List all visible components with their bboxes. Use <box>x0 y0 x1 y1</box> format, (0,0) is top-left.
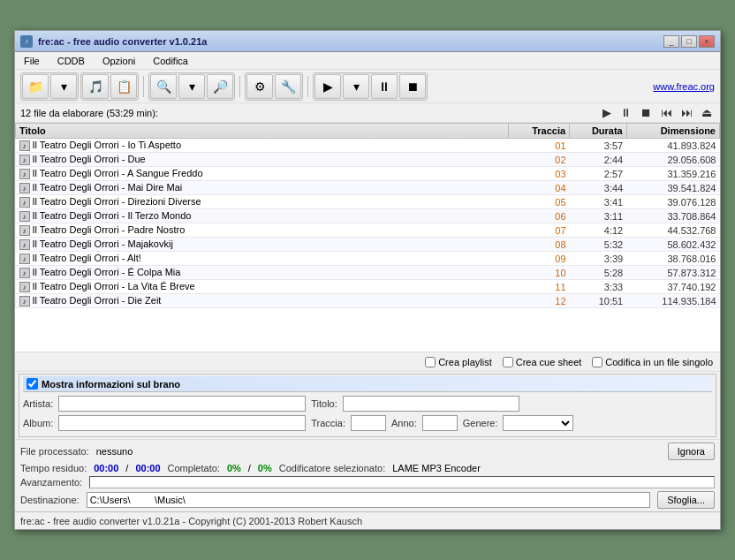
table-row[interactable]: ♪Il Teatro Degli Orrori - Padre Nostro07… <box>16 223 720 238</box>
table-row[interactable]: ♪Il Teatro Degli Orrori - A Sangue Fredd… <box>16 167 720 181</box>
track-duration-cell: 2:57 <box>570 167 627 181</box>
dest-label: Destinazione: <box>20 495 80 505</box>
subbar: 12 file da elaborare (53:29 min): ▶ ⏸ ⏹ … <box>15 103 720 123</box>
eject-button[interactable]: ⏏ <box>699 105 715 120</box>
track-icon: ♪ <box>19 140 30 151</box>
album-input[interactable] <box>58 415 306 431</box>
search-button[interactable]: 🔍 <box>150 74 177 99</box>
artist-input[interactable] <box>58 396 306 412</box>
time-start: 00:00 <box>94 463 118 473</box>
titlebar-left: ♪ fre:ac - free audio converter v1.0.21a <box>20 35 207 48</box>
table-row[interactable]: ♪Il Teatro Degli Orrori - Die Zeit1210:5… <box>16 294 720 308</box>
encoder-value: LAME MP3 Encoder <box>392 463 481 473</box>
menu-opzioni[interactable]: Opzioni <box>99 55 139 67</box>
toolbar-sep-1 <box>143 76 144 97</box>
stop-small-button[interactable]: ⏹ <box>638 105 655 120</box>
track-number-cell: 01 <box>508 139 569 153</box>
track-duration-cell: 2:44 <box>570 153 627 167</box>
info-toggle-checkbox[interactable] <box>27 378 38 390</box>
track-title-cell: ♪Il Teatro Degli Orrori - Direzioni Dive… <box>16 195 509 209</box>
track-icon: ♪ <box>19 254 30 264</box>
track-title-cell: ♪Il Teatro Degli Orrori - La Vita É Brev… <box>16 280 509 294</box>
time-sep: / <box>125 463 128 473</box>
track-size-cell: 41.893.824 <box>626 139 719 153</box>
tracklist: Titolo Traccia Durata Dimensione ♪Il Tea… <box>15 123 720 352</box>
pause-button[interactable]: ⏸ <box>371 74 398 99</box>
menubar: File CDDB Opzioni Codifica <box>15 52 720 70</box>
search-dropdown-button[interactable]: ▾ <box>178 74 205 99</box>
track-num-label: Traccia: <box>311 418 345 428</box>
table-row[interactable]: ♪Il Teatro Degli Orrori - Il Terzo Mondo… <box>16 209 720 223</box>
playlist-checkbox[interactable] <box>425 357 436 367</box>
freac-link[interactable]: www.freac.org <box>653 81 715 92</box>
table-row[interactable]: ♪Il Teatro Degli Orrori - Io Ti Aspetto0… <box>16 139 720 153</box>
next-button[interactable]: ⏭ <box>678 105 695 120</box>
dest-path-input[interactable] <box>87 492 651 508</box>
titlebar: ♪ fre:ac - free audio converter v1.0.21a… <box>15 31 720 52</box>
year-label: Anno: <box>391 418 417 428</box>
track-title-cell: ♪Il Teatro Degli Orrori - A Sangue Fredd… <box>16 167 509 181</box>
track-title-cell: ♪Il Teatro Degli Orrori - Io Ti Aspetto <box>16 139 509 153</box>
add-dropdown-button[interactable]: ▾ <box>50 74 77 99</box>
single-file-option[interactable]: Codifica in un file singolo <box>592 357 713 367</box>
single-file-checkbox[interactable] <box>592 357 602 367</box>
genre-select[interactable] <box>503 415 573 431</box>
track-duration-cell: 5:32 <box>570 238 627 252</box>
menu-codifica[interactable]: Codifica <box>149 55 192 67</box>
cue-option[interactable]: Crea cue sheet <box>503 357 582 367</box>
play-small-button[interactable]: ▶ <box>600 105 614 120</box>
ignore-button[interactable]: Ignora <box>668 443 715 460</box>
progress-label: Avanzamento: <box>20 477 82 488</box>
track-number-cell: 09 <box>508 252 569 266</box>
remove-button[interactable]: 🎵 <box>82 74 109 99</box>
table-row[interactable]: ♪Il Teatro Degli Orrori - Due022:4429.05… <box>16 153 720 167</box>
info-section: Mostra informazioni sul brano Artista: T… <box>19 374 716 437</box>
completed-pct2: 0% <box>258 463 272 473</box>
table-row[interactable]: ♪Il Teatro Degli Orrori - É Colpa Mia105… <box>16 266 720 280</box>
maximize-button[interactable]: □ <box>681 35 697 48</box>
table-row[interactable]: ♪Il Teatro Degli Orrori - Alt!093:3938.7… <box>16 252 720 266</box>
year-input[interactable] <box>422 415 458 431</box>
table-row[interactable]: ♪Il Teatro Degli Orrori - La Vita É Brev… <box>16 280 720 294</box>
menu-file[interactable]: File <box>20 55 43 67</box>
play-dropdown-button[interactable]: ▾ <box>343 74 369 99</box>
table-row[interactable]: ♪Il Teatro Degli Orrori - Mai Dire Mai04… <box>16 181 720 195</box>
table-row[interactable]: ♪Il Teatro Degli Orrori - Direzioni Dive… <box>16 195 720 209</box>
advanced-settings-button[interactable]: 🔧 <box>275 74 301 99</box>
playlist-option[interactable]: Crea playlist <box>425 357 492 367</box>
file-processed-value: nessuno <box>96 446 133 457</box>
progress-bar <box>89 476 715 488</box>
remove-all-button[interactable]: 📋 <box>110 74 137 99</box>
lookup-button[interactable]: 🔎 <box>207 74 233 99</box>
statusbar: fre:ac - free audio converter v1.0.21a -… <box>15 511 720 529</box>
window-title: fre:ac - free audio converter v1.0.21a <box>38 36 207 47</box>
cue-checkbox[interactable] <box>503 357 513 367</box>
pause-small-button[interactable]: ⏸ <box>618 105 634 120</box>
add-files-button[interactable]: 📁 <box>22 74 49 99</box>
track-number-cell: 10 <box>508 266 569 280</box>
minimize-button[interactable]: _ <box>663 35 679 48</box>
menu-cddb[interactable]: CDDB <box>54 55 88 67</box>
toolbar-group-4: ⚙ 🔧 <box>245 72 303 101</box>
close-button[interactable]: × <box>699 35 715 48</box>
toolbar-sep-2 <box>239 76 240 97</box>
prev-button[interactable]: ⏮ <box>658 105 675 120</box>
track-size-cell: 29.056.608 <box>626 153 719 167</box>
stop-button[interactable]: ⏹ <box>399 74 426 99</box>
table-row[interactable]: ♪Il Teatro Degli Orrori - Majakovkij085:… <box>16 238 720 252</box>
track-icon: ♪ <box>19 225 30 236</box>
toolbar-group-3: 🔍 ▾ 🔎 <box>148 72 235 101</box>
settings-button[interactable]: ⚙ <box>246 74 273 99</box>
toolbar-group-2: 🎵 📋 <box>80 72 139 101</box>
sfoglia-button[interactable]: Sfoglia... <box>657 491 715 509</box>
track-size-cell: 31.359.216 <box>626 167 719 181</box>
info-row-1: Artista: Titolo: <box>23 396 712 412</box>
track-num-input[interactable] <box>351 415 386 431</box>
status-section: File processato: nessuno Ignora Tempo re… <box>15 439 720 511</box>
play-button[interactable]: ▶ <box>314 74 341 99</box>
encoder-label: Codificatore selezionato: <box>279 463 385 473</box>
track-title-cell: ♪Il Teatro Degli Orrori - Majakovkij <box>16 238 509 252</box>
title-input[interactable] <box>343 396 519 412</box>
track-number-cell: 03 <box>508 167 569 181</box>
track-duration-cell: 3:57 <box>570 139 627 153</box>
